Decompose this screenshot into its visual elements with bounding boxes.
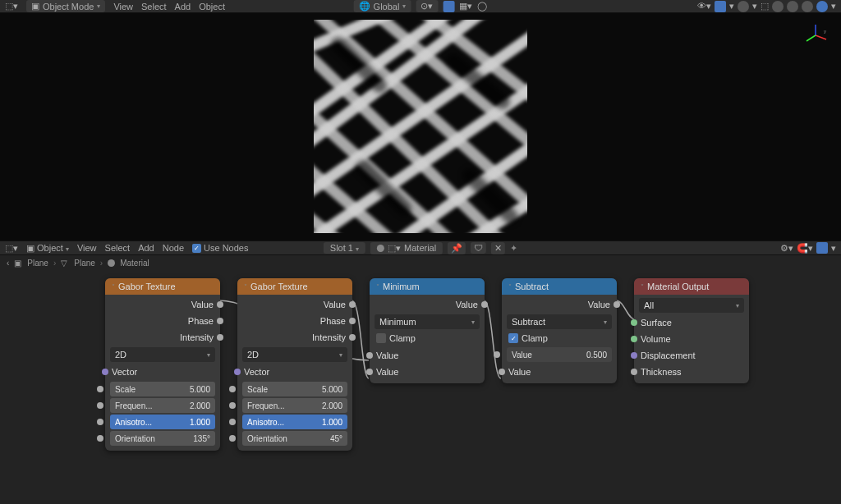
shading-matprev-icon[interactable] <box>802 1 813 12</box>
prop-value[interactable]: Value0.500 <box>507 347 612 362</box>
node-header[interactable]: ˅ Gabor Texture <box>237 278 352 295</box>
chevron-down-icon: ˅ <box>641 283 644 291</box>
socket-displacement-in[interactable]: Displacement <box>634 347 749 364</box>
menu-add[interactable]: Add <box>175 2 191 11</box>
socket-volume-in[interactable]: Volume <box>634 331 749 347</box>
object-mode-selector[interactable]: ▣ Object Mode ▾ <box>26 0 105 12</box>
node-minimum[interactable]: ˅ Minimum Value Minimum▾ Clamp Value Val… <box>370 278 485 383</box>
star-icon[interactable]: ✦ <box>510 243 517 254</box>
dimension-dropdown[interactable]: 2D▾ <box>242 347 347 362</box>
menu-view[interactable]: View <box>113 2 133 11</box>
chevron-down-icon: ▾ <box>402 2 406 10</box>
menu-select[interactable]: Select <box>141 2 167 11</box>
menu-view[interactable]: View <box>77 243 97 253</box>
overlay-toggle-icon[interactable] <box>738 1 749 12</box>
snap-toggle-icon[interactable] <box>443 1 454 12</box>
menu-node[interactable]: Node <box>163 243 184 253</box>
node-subtract[interactable]: ˅ Subtract Value Subtract▾ ✓Clamp Value0… <box>502 278 617 383</box>
socket-phase-out[interactable]: Phase <box>237 313 352 329</box>
prop-orientation[interactable]: Orientation45° <box>242 431 347 446</box>
operation-dropdown[interactable]: Minimum▾ <box>375 314 480 329</box>
tool-icon[interactable]: ⚙▾ <box>780 243 793 254</box>
node-gabor-texture-1[interactable]: ˅ Gabor Texture Value Phase Intensity 2D… <box>105 278 220 451</box>
socket-value-out[interactable]: Value <box>502 296 617 313</box>
breadcrumb-item[interactable]: Material <box>120 259 149 268</box>
socket-value-out[interactable]: Value <box>105 296 220 313</box>
gizmo-icon[interactable] <box>715 1 726 12</box>
socket-vector-in[interactable]: Vector <box>105 364 220 380</box>
dimension-dropdown[interactable]: 2D▾ <box>110 347 215 362</box>
socket-thickness-in[interactable]: Thickness <box>634 364 749 380</box>
overlays-dropdown-icon[interactable]: ▾ <box>729 1 734 11</box>
svg-text:y: y <box>824 29 826 34</box>
node-header[interactable]: ˅ Gabor Texture <box>105 278 220 295</box>
socket-value-out[interactable]: Value <box>237 296 352 313</box>
breadcrumb-item[interactable]: Plane <box>74 259 95 268</box>
chevron-right-icon: › <box>100 259 103 268</box>
node-header[interactable]: ˅ Minimum <box>370 278 485 295</box>
editor-type-icon[interactable]: ⬚▾ <box>5 243 18 254</box>
chevron-down-icon: ˅ <box>244 283 247 291</box>
prop-frequency[interactable]: Frequen...2.000 <box>110 398 215 413</box>
socket-value-in[interactable]: Value <box>502 364 617 380</box>
clamp-checkbox[interactable]: Clamp <box>375 331 480 346</box>
node-canvas[interactable]: ˅ Gabor Texture Value Phase Intensity 2D… <box>0 270 841 504</box>
snap-icon[interactable]: 🧲▾ <box>797 243 813 254</box>
menu-add[interactable]: Add <box>138 243 154 253</box>
xray-icon[interactable]: ⬚ <box>761 1 769 11</box>
orientation-selector[interactable]: 🌐 Global ▾ <box>354 0 411 12</box>
socket-phase-out[interactable]: Phase <box>105 313 220 329</box>
prop-scale[interactable]: Scale5.000 <box>242 382 347 396</box>
prop-scale[interactable]: Scale5.000 <box>110 382 215 396</box>
shading-solid-icon[interactable] <box>787 1 798 12</box>
socket-value-in-2[interactable]: Value <box>370 364 485 380</box>
socket-value-out[interactable]: Value <box>370 296 485 313</box>
breadcrumb: ‹ ▣ Plane › ▽ Plane › Material <box>0 255 841 270</box>
node-gabor-texture-2[interactable]: ˅ Gabor Texture Value Phase Intensity 2D… <box>237 278 352 451</box>
visibility-icon[interactable]: 👁▾ <box>697 1 711 11</box>
prop-orientation[interactable]: Orientation135° <box>110 431 215 446</box>
node-header[interactable]: ˅ Material Output <box>634 278 749 295</box>
socket-intensity-out[interactable]: Intensity <box>237 329 352 346</box>
menu-select[interactable]: Select <box>105 243 131 253</box>
operation-dropdown[interactable]: Subtract▾ <box>507 314 612 329</box>
unlink-icon[interactable]: ✕ <box>491 242 505 254</box>
prop-anisotropy[interactable]: Anisotro...1.000 <box>110 415 215 429</box>
node-material-output[interactable]: ˅ Material Output All▾ Surface Volume Di… <box>634 278 749 383</box>
chevron-down-icon: ▾ <box>66 245 69 253</box>
socket-intensity-out[interactable]: Intensity <box>105 329 220 346</box>
prop-frequency[interactable]: Frequen...2.000 <box>242 398 347 413</box>
chevron-down-icon: ▾ <box>356 245 359 253</box>
render-preview <box>314 20 527 233</box>
socket-vector-in[interactable]: Vector <box>237 364 352 380</box>
cube-icon: ▣ <box>26 243 34 253</box>
overlay-dropdown-icon[interactable]: ▾ <box>752 1 757 11</box>
breadcrumb-item[interactable]: Plane <box>27 259 48 268</box>
shading-dropdown-icon[interactable]: ▾ <box>831 1 836 11</box>
pin-icon[interactable]: 📌 <box>448 242 466 254</box>
proportional-edit-icon[interactable]: ◯ <box>477 1 487 11</box>
prop-anisotropy[interactable]: Anisotro...1.000 <box>242 415 347 429</box>
overlays-icon[interactable] <box>816 242 828 254</box>
viewport-header: ⬚▾ ▣ Object Mode ▾ View Select Add Objec… <box>0 0 841 13</box>
shading-rendered-icon[interactable] <box>816 1 828 12</box>
fake-user-icon[interactable]: 🛡 <box>471 242 486 254</box>
overlays-dropdown-icon[interactable]: ▾ <box>831 243 836 254</box>
viewport-3d[interactable]: y <box>0 13 841 241</box>
editor-type-icon[interactable]: ⬚▾ <box>5 1 18 11</box>
slot-selector[interactable]: Slot 1 ▾ <box>324 242 365 254</box>
menu-object[interactable]: Object <box>199 2 225 11</box>
node-header[interactable]: ˅ Subtract <box>502 278 617 295</box>
back-icon[interactable]: ‹ <box>7 259 9 268</box>
node-mode-selector[interactable]: ▣ Object ▾ <box>26 243 69 254</box>
socket-surface-in[interactable]: Surface <box>634 314 749 331</box>
material-selector[interactable]: ⬚▾ Material <box>370 242 443 254</box>
target-dropdown[interactable]: All▾ <box>639 298 744 313</box>
use-nodes-checkbox[interactable]: ✓ Use Nodes <box>192 243 248 253</box>
snap-options-icon[interactable]: ▦▾ <box>459 1 472 11</box>
clamp-checkbox[interactable]: ✓Clamp <box>507 331 612 346</box>
shading-wireframe-icon[interactable] <box>772 1 784 12</box>
socket-value-in-1[interactable]: Value <box>370 347 485 364</box>
pivot-selector[interactable]: ⊙▾ <box>416 0 438 12</box>
axis-gizmo[interactable]: y <box>803 23 828 48</box>
